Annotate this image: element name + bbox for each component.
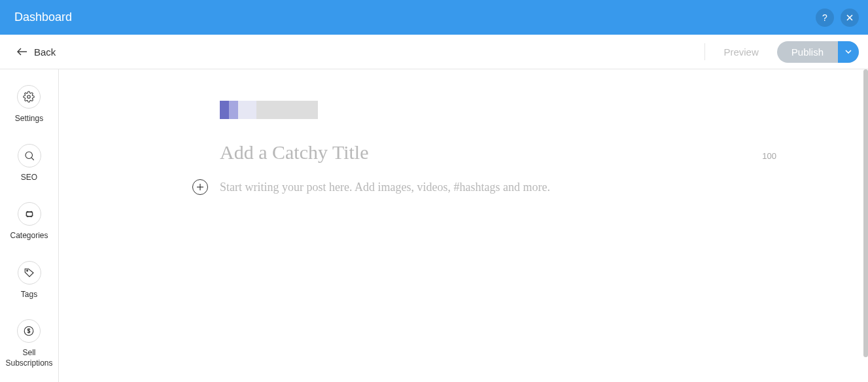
sidebar-item-settings[interactable]: Settings (15, 85, 43, 124)
svg-line-5 (31, 158, 34, 160)
scrollbar[interactable] (863, 69, 868, 382)
toolbar-right: Preview Publish (704, 41, 859, 63)
body-input[interactable] (220, 181, 678, 194)
sidebar: Settings SEO Categories (0, 69, 59, 382)
sidebar-item-label: Settings (15, 114, 43, 124)
svg-point-8 (26, 269, 27, 271)
add-content-button[interactable] (192, 179, 208, 195)
close-icon (845, 13, 854, 22)
scrollbar-thumb[interactable] (863, 69, 868, 357)
title-row: 100 (220, 141, 776, 164)
sidebar-item-label: SEO (21, 173, 37, 183)
title-input[interactable] (220, 141, 612, 164)
author-row (220, 101, 776, 119)
toolbar-divider (704, 43, 705, 60)
dollar-icon (17, 319, 41, 343)
sidebar-item-sell-subscriptions[interactable]: Sell Subscriptions (5, 319, 52, 368)
author-avatar-pixelated (220, 101, 318, 119)
tag-icon (18, 261, 41, 285)
toolbar: Back Preview Publish (0, 35, 868, 69)
header-title: Dashboard (14, 10, 72, 24)
sidebar-item-label: Categories (10, 231, 48, 241)
back-button[interactable]: Back (17, 46, 56, 58)
app-header: Dashboard ? (0, 0, 868, 35)
sidebar-item-label: Sell Subscriptions (5, 348, 52, 368)
plus-icon (196, 183, 204, 191)
sidebar-item-seo[interactable]: SEO (18, 144, 41, 183)
close-button[interactable] (841, 9, 859, 27)
content-area: Settings SEO Categories (0, 69, 868, 382)
publish-button[interactable]: Publish (777, 41, 838, 63)
svg-point-4 (26, 152, 33, 159)
publish-split-button: Publish (777, 41, 859, 63)
body-row (220, 179, 776, 195)
sidebar-item-categories[interactable]: Categories (10, 202, 48, 241)
svg-rect-7 (26, 211, 32, 217)
search-icon (18, 144, 41, 167)
preview-button[interactable]: Preview (723, 46, 758, 58)
publish-dropdown-button[interactable] (838, 41, 859, 63)
header-actions: ? (816, 9, 859, 27)
arrow-left-icon (17, 48, 27, 56)
help-button[interactable]: ? (816, 9, 834, 27)
svg-point-3 (27, 95, 31, 99)
gear-icon (17, 85, 41, 109)
help-icon: ? (822, 12, 827, 23)
title-char-count: 100 (762, 151, 776, 161)
sidebar-item-label: Tags (21, 290, 37, 300)
sidebar-item-tags[interactable]: Tags (18, 261, 41, 300)
cards-icon (18, 202, 41, 226)
chevron-down-icon (845, 50, 852, 54)
back-label: Back (34, 46, 56, 58)
editor: 100 (59, 69, 868, 382)
